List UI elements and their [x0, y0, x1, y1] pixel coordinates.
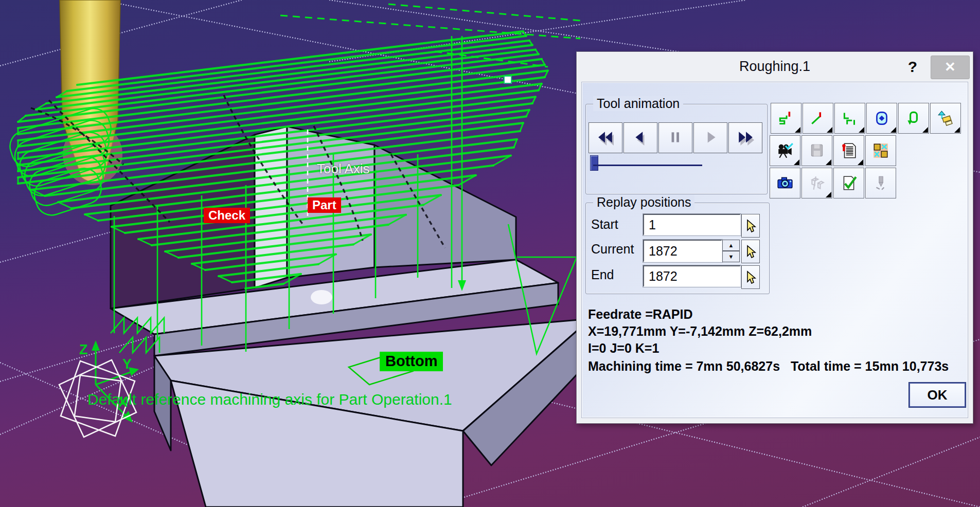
axis-z-label: Z — [79, 342, 88, 358]
fast-forward-button[interactable] — [728, 122, 762, 153]
viewport-status-text: Default reference machining axis for Par… — [87, 391, 452, 408]
end-input[interactable] — [644, 266, 740, 286]
dropdown-corner-icon — [890, 127, 896, 133]
close-button[interactable]: ✕ — [931, 56, 970, 79]
dropdown-corner-icon — [795, 127, 800, 133]
current-field-wrap — [643, 240, 722, 262]
position-text: X=19,771mm Y=-7,142mm Z=62,2mm — [588, 324, 812, 339]
tool-trajectory-button[interactable] — [865, 168, 896, 198]
analyze-check-icon — [840, 174, 858, 192]
start-label: Start — [591, 217, 618, 232]
dropdown-corner-icon — [826, 192, 831, 197]
play-icon — [701, 130, 720, 146]
end-picker-button[interactable] — [741, 265, 760, 289]
start-input[interactable] — [644, 215, 740, 234]
dropdown-corner-icon — [859, 127, 864, 133]
tool-trajectory-icon — [872, 174, 889, 192]
dropdown-corner-icon — [826, 159, 831, 165]
spin-up-button[interactable]: ▲ — [722, 240, 740, 251]
tool-animation-title: Tool animation — [593, 96, 683, 111]
spin-down-button[interactable]: ▼ — [722, 251, 740, 262]
save-video-icon — [808, 142, 826, 159]
replay-positions-title: Replay positions — [593, 195, 694, 210]
video-record-button[interactable] — [770, 135, 800, 166]
dialog-content: Tool animation — [581, 82, 968, 418]
cursor-pick-icon — [744, 219, 757, 232]
photo-realistic-render-icon — [872, 142, 889, 159]
roughing-dialog: Roughing.1 ? ✕ Tool animation — [576, 51, 973, 424]
cursor-pick-icon — [744, 245, 757, 258]
loop-replay-button[interactable] — [898, 103, 929, 134]
end-label: End — [591, 267, 614, 282]
part-label: Part — [308, 197, 341, 213]
axis-x-label: X — [118, 395, 128, 410]
photo-realistic-render-button[interactable] — [865, 135, 896, 166]
feedrate-text: Feedrate =RAPID — [588, 307, 693, 322]
axis-y-label: Y — [122, 357, 132, 372]
check-label: Check — [204, 208, 250, 223]
rapid-feedrate-icon — [809, 110, 827, 127]
fast-forward-icon — [736, 130, 755, 146]
toolpath-segments-icon — [841, 110, 859, 127]
bottom-face-label: Bottom — [380, 352, 443, 371]
path-endpoint-marker — [504, 76, 511, 83]
compare-stock-button[interactable] — [801, 168, 832, 198]
animation-slider-track[interactable] — [593, 165, 702, 166]
machining-listing-button[interactable] — [833, 135, 864, 166]
viewport-3d[interactable]: Check Part Tool Axis Bottom Default refe… — [0, 0, 980, 507]
dropdown-corner-icon — [827, 127, 832, 133]
dropdown-corner-icon — [922, 127, 928, 133]
play-button[interactable] — [693, 122, 727, 153]
ijk-text: I=0 J=0 K=1 — [588, 341, 659, 356]
end-field-wrap — [643, 265, 741, 287]
animation-slider-handle[interactable] — [590, 155, 598, 171]
tool-axes-display-icon — [937, 110, 954, 127]
start-picker-button[interactable] — [741, 214, 760, 238]
analyze-check-button[interactable] — [833, 168, 864, 198]
current-label: Current — [591, 242, 634, 257]
toolpath-replay-mode-button[interactable] — [771, 103, 801, 134]
rewind-button[interactable] — [589, 122, 622, 153]
help-button[interactable]: ? — [902, 55, 923, 78]
toolpath-segments-button[interactable] — [834, 103, 865, 134]
video-record-icon — [776, 142, 794, 159]
compare-stock-icon — [808, 174, 826, 192]
snapshot-camera-button[interactable] — [770, 168, 800, 198]
dropdown-corner-icon — [858, 159, 863, 165]
tool-axis-label: Tool Axis — [317, 161, 370, 176]
save-video-button[interactable] — [801, 135, 832, 166]
tool-axes-display-button[interactable] — [930, 103, 961, 134]
snapshot-camera-icon — [776, 174, 794, 192]
current-input[interactable] — [644, 241, 721, 261]
start-field-wrap — [643, 214, 741, 236]
rapid-feedrate-display-button[interactable] — [803, 103, 833, 134]
dropdown-corner-icon — [954, 127, 960, 133]
pause-icon — [666, 130, 685, 146]
rewind-icon — [596, 130, 615, 146]
loop-replay-icon — [905, 110, 922, 127]
machining-listing-icon — [840, 142, 858, 159]
machining-time-text: Machining time = 7mn 50,6827s Total time… — [588, 359, 949, 374]
step-backward-icon — [631, 130, 650, 146]
step-backward-button[interactable] — [623, 122, 657, 153]
dropdown-corner-icon — [794, 159, 799, 165]
pause-button[interactable] — [658, 122, 692, 153]
ok-button[interactable]: OK — [909, 383, 966, 407]
cursor-pick-icon — [744, 270, 757, 284]
collision-check-icon — [873, 110, 890, 127]
toolpath-replay-mode-icon — [777, 110, 795, 127]
current-picker-button[interactable] — [741, 240, 760, 263]
current-spinner: ▲ ▼ — [722, 240, 740, 262]
collision-check-button[interactable] — [866, 103, 897, 134]
axis-triad — [92, 340, 139, 423]
